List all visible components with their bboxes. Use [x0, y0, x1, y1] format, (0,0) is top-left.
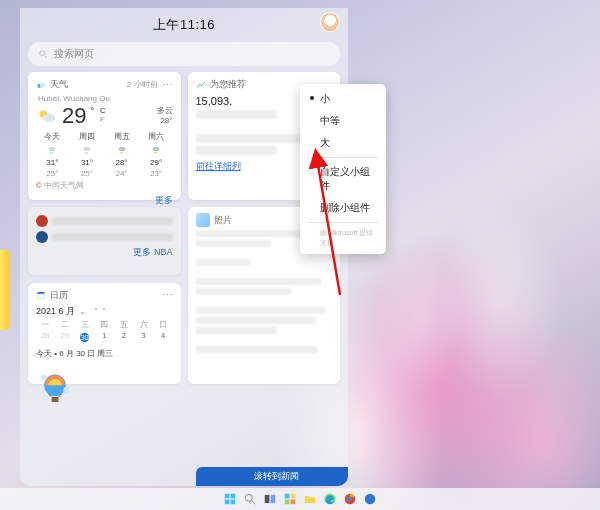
weather-condition: 多云 [157, 106, 173, 115]
weather-title: 天气 [50, 78, 68, 91]
weather-more-menu[interactable]: ⋯ [162, 82, 173, 88]
svg-point-6 [49, 147, 56, 151]
blurred-text [196, 288, 292, 295]
team-logo-icon [36, 231, 48, 243]
task-view-button[interactable] [263, 492, 277, 506]
svg-point-21 [63, 387, 70, 394]
svg-point-13 [153, 147, 160, 151]
blurred-text [196, 230, 312, 237]
menu-size-small[interactable]: 小 [300, 88, 386, 110]
menu-size-medium[interactable]: 中等 [300, 110, 386, 132]
edge-glow [0, 250, 12, 330]
menu-remove-widget[interactable]: 删除小组件 [300, 197, 386, 219]
list-item [36, 215, 173, 227]
calendar-more-menu[interactable]: ⋯ [162, 292, 173, 298]
svg-line-1 [44, 55, 47, 58]
rain-icon [46, 144, 58, 156]
calendar-cell[interactable]: 4 [154, 331, 173, 345]
blurred-text [196, 346, 319, 353]
svg-rect-30 [271, 495, 276, 503]
weather-forecast: 今天31°25° 周四31°25° 周五28°24° 周六29°23° [36, 131, 173, 178]
weather-updated: 2 小时前 [127, 79, 158, 90]
weather-badge-icon [36, 80, 46, 90]
calendar-card[interactable]: 日历 ⋯ 2021 6 月 ⌄ ˄ ˅ 一 二 三 四 五 六 日 28 29 [28, 283, 181, 384]
svg-line-11 [87, 152, 88, 154]
svg-rect-26 [231, 500, 236, 505]
svg-rect-23 [225, 494, 230, 499]
weather-current: 29 ° C F 多云 28° [36, 105, 173, 127]
menu-separator [308, 222, 378, 223]
search-input[interactable]: 搜索网页 [28, 42, 340, 66]
weather-source: 中国天气网 [44, 181, 84, 190]
calendar-cell-today[interactable]: 30 [75, 331, 94, 345]
svg-line-10 [85, 152, 86, 154]
weather-day: 周四31°25° [71, 131, 104, 178]
weather-day: 今天31°25° [36, 131, 69, 178]
app-button[interactable] [363, 492, 377, 506]
svg-point-38 [365, 494, 376, 505]
svg-point-5 [42, 114, 55, 122]
search-button[interactable] [243, 492, 257, 506]
nba-more-link[interactable]: 更多 NBA [36, 246, 173, 259]
svg-rect-24 [231, 494, 236, 499]
search-icon [38, 49, 48, 59]
weather-card[interactable]: 天气 2 小时前 ⋯ Hubei, Wuchang Qu 29 ° C F 多云… [28, 72, 181, 200]
calendar-cell[interactable]: 28 [36, 331, 55, 345]
taskbar[interactable] [0, 488, 600, 510]
weather-deg: ° [90, 106, 94, 116]
weather-temp: 29 [62, 105, 86, 127]
balloon-illustration [38, 372, 72, 412]
calendar-grid: 一 二 三 四 五 六 日 28 29 30 1 2 3 4 [36, 320, 173, 345]
widgets-button[interactable] [283, 492, 297, 506]
stocks-title: 为您推荐 [210, 78, 246, 91]
weather-feels: 28° [160, 116, 172, 125]
weather-day: 周五28°24° [105, 131, 138, 178]
svg-line-28 [252, 501, 256, 505]
chrome-button[interactable] [343, 492, 357, 506]
widgets-header: 上午11:16 [28, 14, 340, 36]
svg-rect-32 [291, 494, 296, 499]
photo-icon [196, 213, 210, 227]
list-item [36, 231, 173, 243]
blurred-text [196, 327, 278, 334]
weather-current-icon [36, 105, 58, 127]
rain-icon [81, 144, 93, 156]
avatar[interactable] [320, 12, 340, 32]
storm-icon [116, 144, 128, 156]
svg-line-7 [50, 152, 51, 154]
chevron-down-icon[interactable]: ⌄ [79, 307, 86, 316]
weather-more-link[interactable]: 更多 [36, 194, 173, 207]
team-logo-icon [36, 215, 48, 227]
blurred-text [196, 317, 316, 324]
nba-card[interactable]: 更多 NBA [28, 207, 181, 275]
calendar-cell[interactable]: 2 [115, 331, 134, 345]
menu-size-large[interactable]: 大 [300, 132, 386, 154]
calendar-cell[interactable]: 29 [56, 331, 75, 345]
calendar-cell[interactable]: 3 [134, 331, 153, 345]
clock: 上午11:16 [153, 16, 215, 34]
svg-point-20 [42, 374, 47, 379]
widgets-grid: 天气 2 小时前 ⋯ Hubei, Wuchang Qu 29 ° C F 多云… [28, 72, 340, 384]
calendar-month: 2021 6 月 [36, 305, 75, 318]
svg-point-3 [40, 82, 45, 87]
chevron-down-icon[interactable]: ˅ [102, 307, 106, 316]
menu-customize-widget[interactable]: 自定义小组件 [300, 161, 386, 197]
start-button[interactable] [223, 492, 237, 506]
calendar-cell[interactable]: 1 [95, 331, 114, 345]
svg-rect-34 [291, 500, 296, 505]
svg-rect-17 [52, 397, 59, 402]
menu-footer: 由 Microsoft 提供支持 [300, 226, 386, 250]
svg-point-27 [245, 494, 252, 501]
explorer-button[interactable] [303, 492, 317, 506]
svg-rect-33 [285, 500, 290, 505]
edge-button[interactable] [323, 492, 337, 506]
svg-rect-25 [225, 500, 230, 505]
weather-day: 周六29°23° [140, 131, 173, 178]
weather-units[interactable]: C F [100, 106, 106, 124]
blurred-text [52, 217, 173, 225]
blurred-text [196, 240, 271, 247]
chevron-up-icon[interactable]: ˄ [94, 307, 98, 316]
scroll-to-news-button[interactable]: 滚转到新闻 [196, 467, 348, 486]
blurred-text [196, 146, 278, 155]
svg-rect-29 [265, 495, 270, 503]
